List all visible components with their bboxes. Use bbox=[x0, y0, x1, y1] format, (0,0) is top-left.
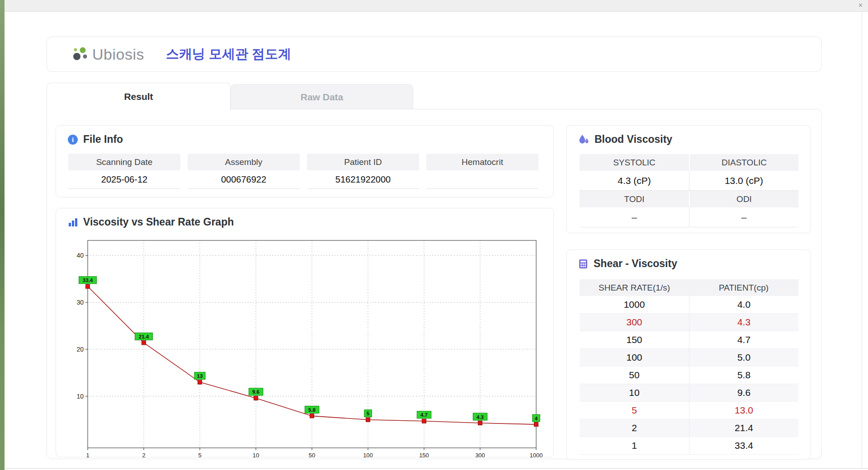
blood-viscosity-cell: – bbox=[689, 207, 798, 227]
logo-dots-icon bbox=[70, 44, 90, 64]
viscosity-shear-chart: 102030401251050100150300100033.421.4139.… bbox=[69, 235, 543, 458]
shear-table-header-cell: SHEAR RATE(1/s) bbox=[580, 279, 689, 296]
blood-viscosity-row: TODIODI bbox=[580, 191, 798, 207]
shear-rate-cell: 5 bbox=[580, 402, 689, 419]
shear-rate-cell: 1000 bbox=[580, 296, 689, 313]
svg-text:9.6: 9.6 bbox=[252, 389, 259, 395]
svg-text:30: 30 bbox=[76, 299, 84, 306]
blood-viscosity-row: –– bbox=[580, 207, 798, 227]
file-info-field-label: Assembly bbox=[188, 154, 300, 170]
blood-viscosity-cell: – bbox=[580, 207, 689, 227]
shear-rate-cell: 1 bbox=[580, 437, 689, 454]
svg-text:10: 10 bbox=[253, 452, 259, 458]
shear-rate-cell: 50 bbox=[580, 367, 689, 384]
shear-table-row: 505.8 bbox=[580, 367, 798, 384]
svg-text:2: 2 bbox=[142, 452, 145, 458]
app-header: Ubiosis 스캐닝 모세관 점도계 bbox=[47, 37, 822, 72]
svg-text:i: i bbox=[72, 136, 74, 143]
svg-text:5: 5 bbox=[367, 411, 370, 416]
blood-viscosity-cell: TODI bbox=[580, 191, 689, 207]
shear-rate-cell: 100 bbox=[580, 349, 689, 366]
patient-viscosity-cell: 33.4 bbox=[689, 437, 798, 454]
svg-text:5: 5 bbox=[198, 452, 201, 458]
shear-table-row: 3004.3 bbox=[580, 314, 798, 331]
svg-text:33.4: 33.4 bbox=[83, 277, 93, 283]
shear-viscosity-table: SHEAR RATE(1/s)PATIENT(cp)10004.03004.31… bbox=[580, 279, 798, 455]
blood-viscosity-cell: ODI bbox=[689, 191, 798, 207]
shear-table-header-cell: PATIENT(cp) bbox=[689, 279, 798, 296]
svg-text:300: 300 bbox=[475, 452, 485, 458]
shear-rate-cell: 300 bbox=[580, 314, 689, 331]
logo-text: Ubiosis bbox=[92, 46, 144, 63]
shear-rate-cell: 150 bbox=[580, 331, 689, 348]
graph-title: Viscosity vs Shear Rate Graph bbox=[83, 216, 234, 228]
shear-table-row: 513.0 bbox=[580, 402, 798, 419]
window-bottom-border bbox=[5, 468, 868, 469]
file-info-field-value: 51621922000 bbox=[307, 170, 419, 189]
shear-rate-cell: 2 bbox=[580, 419, 689, 437]
patient-viscosity-cell: 4.7 bbox=[689, 331, 798, 348]
svg-text:4: 4 bbox=[535, 416, 538, 421]
shear-viscosity-title: Shear - Viscosity bbox=[594, 258, 677, 270]
file-info-field-label: Patient ID bbox=[307, 154, 419, 170]
svg-text:20: 20 bbox=[76, 346, 84, 353]
patient-viscosity-cell: 9.6 bbox=[689, 384, 798, 401]
window-title-bar: × bbox=[5, 0, 868, 12]
shear-table-row: 133.4 bbox=[580, 437, 798, 455]
close-icon[interactable]: × bbox=[859, 1, 863, 9]
shear-table-row: 1504.7 bbox=[580, 331, 798, 349]
blood-viscosity-card: Blood Viscosity SYSTOLICDIASTOLIC4.3 (cP… bbox=[566, 125, 811, 233]
file-info-field: Hematocrit bbox=[426, 154, 538, 189]
shear-table-header-row: SHEAR RATE(1/s)PATIENT(cp) bbox=[580, 279, 798, 296]
tab-raw-data[interactable]: Raw Data bbox=[231, 84, 413, 109]
blood-viscosity-cell: 13.0 (cP) bbox=[689, 171, 798, 191]
blood-viscosity-title: Blood Viscosity bbox=[594, 133, 672, 146]
svg-text:40: 40 bbox=[76, 252, 84, 259]
file-info-field-value bbox=[426, 170, 538, 189]
patient-viscosity-cell: 21.4 bbox=[689, 419, 798, 437]
blood-viscosity-cell: 4.3 (cP) bbox=[580, 171, 689, 191]
file-info-card: i File Info Scanning Date2025-06-12Assem… bbox=[56, 125, 554, 197]
viscosity-graph-card: Viscosity vs Shear Rate Graph 1020304012… bbox=[56, 208, 554, 457]
info-icon: i bbox=[67, 134, 78, 145]
blood-viscosity-cell: DIASTOLIC bbox=[689, 154, 798, 171]
shear-table-row: 1005.0 bbox=[580, 349, 798, 367]
svg-text:150: 150 bbox=[419, 452, 429, 458]
ubiosis-logo: Ubiosis bbox=[70, 44, 144, 64]
shear-rate-cell: 10 bbox=[580, 384, 689, 401]
file-info-field: Assembly000676922 bbox=[188, 154, 300, 189]
patient-viscosity-cell: 4.0 bbox=[689, 296, 798, 313]
patient-viscosity-cell: 5.8 bbox=[689, 367, 798, 384]
file-info-fields: Scanning Date2025-06-12Assembly000676922… bbox=[68, 154, 538, 189]
patient-viscosity-cell: 13.0 bbox=[689, 402, 798, 419]
file-info-field-value: 2025-06-12 bbox=[68, 170, 180, 189]
blood-viscosity-row: SYSTOLICDIASTOLIC bbox=[580, 154, 798, 171]
page-title: 스캐닝 모세관 점도계 bbox=[166, 45, 291, 63]
background-edge bbox=[0, 0, 5, 470]
patient-viscosity-cell: 4.3 bbox=[689, 314, 798, 331]
result-panel: i File Info Scanning Date2025-06-12Assem… bbox=[47, 109, 822, 459]
svg-text:5.8: 5.8 bbox=[308, 407, 316, 413]
table-icon bbox=[578, 258, 589, 269]
shear-table-row: 10004.0 bbox=[580, 296, 798, 314]
svg-text:1: 1 bbox=[86, 452, 89, 458]
blood-viscosity-grid: SYSTOLICDIASTOLIC4.3 (cP)13.0 (cP)TODIOD… bbox=[580, 154, 798, 227]
file-info-field-label: Scanning Date bbox=[68, 154, 180, 170]
svg-text:1000: 1000 bbox=[530, 452, 543, 458]
shear-viscosity-card: Shear - Viscosity SHEAR RATE(1/s)PATIENT… bbox=[566, 249, 811, 460]
droplet-icon bbox=[578, 134, 590, 146]
svg-text:21.4: 21.4 bbox=[139, 334, 149, 339]
patient-viscosity-cell: 5.0 bbox=[689, 349, 798, 366]
svg-text:4.3: 4.3 bbox=[476, 414, 484, 420]
svg-text:10: 10 bbox=[76, 393, 84, 400]
window-right-border bbox=[862, 12, 862, 468]
svg-text:13: 13 bbox=[197, 373, 203, 379]
bar-chart-icon bbox=[67, 217, 78, 228]
blood-viscosity-row: 4.3 (cP)13.0 (cP) bbox=[580, 171, 798, 191]
svg-text:4.7: 4.7 bbox=[420, 412, 428, 418]
file-info-field-label: Hematocrit bbox=[426, 154, 538, 170]
svg-text:100: 100 bbox=[363, 452, 373, 458]
file-info-field: Scanning Date2025-06-12 bbox=[68, 154, 180, 189]
svg-text:50: 50 bbox=[309, 452, 315, 458]
tab-result[interactable]: Result bbox=[47, 83, 231, 110]
